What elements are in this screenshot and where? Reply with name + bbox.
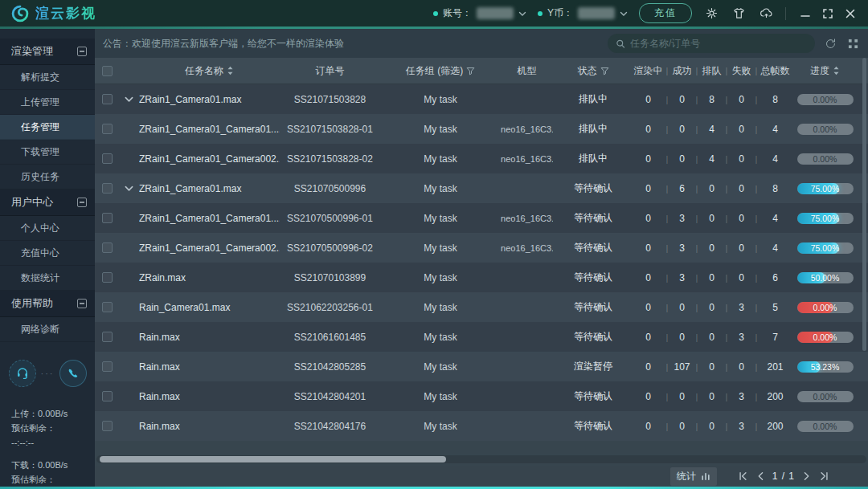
sidebar-item[interactable]: 任务管理 [0,115,95,140]
progress-bar: 0.00% [797,421,854,432]
chevron-down-icon[interactable] [620,10,628,17]
table-row[interactable]: Rain_Camera01.max SS21062203256-01 My ta… [95,292,868,322]
table-row[interactable]: ZRain1_Camera01_Camera002.... SS21070500… [95,233,868,263]
count-separator: | [664,303,671,312]
row-checkbox[interactable] [102,94,113,104]
row-checkbox[interactable] [102,272,113,283]
sidebar-section-header[interactable]: 用户中心 [0,189,95,216]
frame-counts: 0|0|4|0|4 [633,124,790,135]
sidebar-item[interactable]: 历史任务 [0,165,95,189]
refresh-icon[interactable] [823,36,837,51]
task-group: My task [380,94,501,105]
row-checkbox[interactable] [102,183,113,194]
status-text: 排队中 [553,92,633,106]
upload-speed: 上传：0.00B/s [11,406,95,421]
count-value: 3 [731,332,753,343]
main-content: 公告：欢迎使用渲云新版客户端，给您不一样的渲染体验 [95,29,868,487]
table-row[interactable]: Rain.max SS21042804201 My task 等待确认 0|0|… [95,381,868,411]
phone-icon[interactable] [59,360,87,387]
ycoin-info[interactable]: Y币： [538,6,628,20]
count-value: 0 [671,421,694,432]
count-separator: | [694,214,701,223]
table-row[interactable]: Rain.max SS21061601485 My task 等待确认 0|0|… [95,322,868,352]
row-checkbox[interactable] [102,332,113,342]
row-checkbox[interactable] [102,391,113,401]
col-status[interactable]: 状态 [553,64,633,78]
expand-chevron-icon[interactable] [125,185,133,192]
count-value: 4 [760,124,791,135]
count-separator: | [694,303,701,312]
chevron-down-icon[interactable] [518,10,526,17]
count-value: 4 [701,124,723,135]
theme-skin-icon[interactable] [731,6,747,22]
statistics-button[interactable]: 统计 [670,467,717,486]
settings-gear-icon[interactable] [703,6,719,22]
table-row[interactable]: Rain.max SS21042805285 My task 渲染暂停 0|10… [95,352,868,381]
sidebar-item[interactable]: 个人中心 [0,216,95,241]
filter-icon[interactable] [600,67,609,75]
account-value-blurred [477,7,514,19]
prev-page-button[interactable] [756,471,764,481]
column-settings-grid-icon[interactable] [845,36,860,51]
count-value: 0 [731,94,753,105]
order-number: SS21070103899 [280,272,380,283]
table-row[interactable]: ZRain1_Camera01_Camera01.... SS210705009… [95,203,868,233]
table-row[interactable]: ZRain1_Camera01.max SS21071503828 My tas… [95,84,868,114]
count-separator: | [694,392,701,401]
order-number: SS21071503828-01 [280,124,380,135]
last-page-button[interactable] [819,471,829,481]
sort-icon[interactable] [833,66,840,75]
filter-icon[interactable] [466,67,475,75]
expand-chevron-icon[interactable] [125,96,133,103]
sidebar-section: 渲染管理 解析提交 上传管理 任务管理 下载管理 历史任务 [0,39,95,189]
row-checkbox[interactable] [102,153,113,164]
account-info[interactable]: 账号： [433,6,526,20]
col-task-group[interactable]: 任务组 (筛选) [380,64,501,78]
select-all-checkbox[interactable] [102,66,113,76]
count-value: 0 [731,124,753,135]
col-task-name[interactable]: 任务名称 [139,64,280,78]
table-row[interactable]: ZRain1_Camera01.max SS21070500996 My tas… [95,173,868,203]
close-button[interactable] [845,9,855,18]
row-checkbox[interactable] [102,213,113,223]
table-row[interactable]: ZRain1_Camera01_Camera002.... SS21071503… [95,144,868,173]
count-value: 0 [701,242,723,254]
first-page-button[interactable] [738,471,748,481]
sidebar-section-header[interactable]: 使用帮助 [0,291,95,317]
sidebar-section-header[interactable]: 渲染管理 [0,39,95,65]
vertical-scrollbar[interactable] [862,58,866,351]
count-value: 0 [701,421,723,432]
row-checkbox[interactable] [102,242,113,253]
sidebar-item[interactable]: 网络诊断 [0,317,95,342]
horizontal-scrollbar[interactable] [96,455,866,463]
cloud-upload-icon[interactable] [758,6,774,22]
col-progress[interactable]: 进度 [790,64,860,78]
sidebar-item[interactable]: 下载管理 [0,140,95,165]
table-row[interactable]: ZRain1_Camera01_Camera01.... SS210715038… [95,114,868,144]
sidebar-item[interactable]: 上传管理 [0,90,95,115]
sidebar-item[interactable]: 充值中心 [0,241,95,266]
progress-label: 0.00% [797,421,854,432]
customer-service-headset-icon[interactable] [9,360,36,387]
minimize-button[interactable] [800,9,810,18]
count-value: 0 [731,272,753,283]
row-checkbox[interactable] [102,421,113,431]
sidebar-item[interactable]: 数据统计 [0,266,95,291]
next-page-button[interactable] [803,471,811,481]
row-checkbox[interactable] [102,124,113,134]
row-checkbox[interactable] [102,361,113,372]
table-row[interactable]: ZRain.max SS21070103899 My task 等待确认 0|3… [95,263,868,292]
row-checkbox[interactable] [102,302,113,312]
table-row[interactable]: Rain.max SS21042804176 My task 等待确认 0|0|… [95,411,868,441]
scrollbar-thumb[interactable] [100,456,446,463]
search-box[interactable] [608,34,815,53]
recharge-button[interactable]: 充值 [639,3,692,23]
sidebar-item[interactable]: 解析提交 [0,65,95,90]
collapse-icon[interactable] [77,47,87,56]
count-separator: | [694,243,701,253]
maximize-button[interactable] [823,9,833,18]
collapse-icon[interactable] [77,299,87,308]
sort-icon[interactable] [227,66,234,75]
collapse-icon[interactable] [77,198,87,207]
search-input[interactable] [630,38,807,49]
